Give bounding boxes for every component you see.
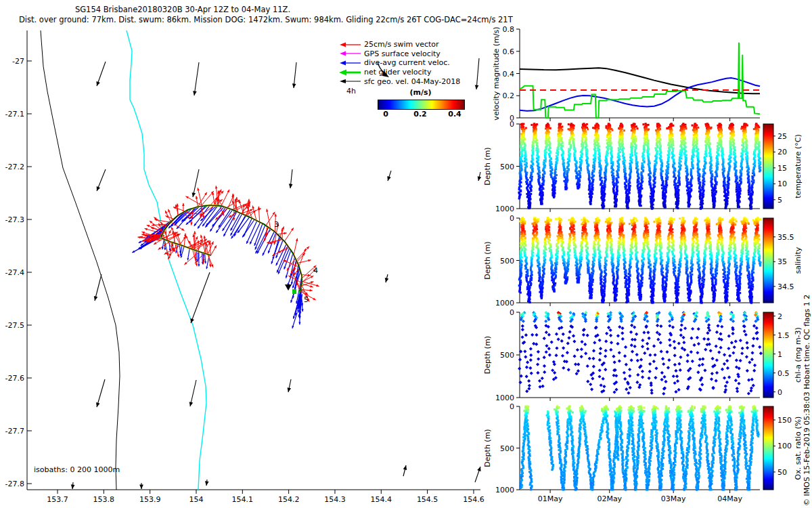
vector-duration-label: 4h [346,87,356,96]
svg-text:154.4: 154.4 [371,495,392,504]
svg-text:2: 2 [777,312,782,321]
svg-text:Ox. sat. ratio (%): Ox. sat. ratio (%) [794,417,803,480]
isobaths-note: isobaths: 0 200 1000m [34,465,120,474]
svg-text:35: 35 [777,257,787,266]
salinity-colorbar [763,218,773,303]
velocity-panel: 00.20.40.60.8velocity magnitude (m/s) [492,25,760,123]
legend-label: GPS surface velocity [364,49,441,58]
sfc-geo-velocity-arrow-icon [338,78,361,85]
dive-avg-current-arrow-icon [338,60,361,66]
svg-text:-27.2: -27.2 [5,163,24,171]
gps-velocity-arrow-icon [338,50,361,57]
svg-text:154.1: 154.1 [232,495,254,504]
svg-text:-27.1: -27.1 [5,110,24,119]
svg-text:0: 0 [777,388,782,397]
legend-row: net glider velocity [338,68,480,77]
oxygen-panel: 0500100001May02May03May04MayDepth (m)501… [483,402,803,503]
svg-text:5: 5 [777,196,782,205]
svg-text:0: 0 [510,120,514,129]
svg-text:20: 20 [777,148,787,156]
svg-text:0.2: 0.2 [503,91,515,100]
svg-text:15: 15 [777,164,787,173]
salinity-scatter [518,217,762,304]
svg-text:50: 50 [777,468,787,477]
map-colorbar-tick: 0 [383,110,388,119]
svg-text:chl-a (mg m-3): chl-a (mg m-3) [794,327,803,383]
svg-text:04May: 04May [717,494,742,503]
svg-text:1000: 1000 [495,486,514,494]
swim-vector-arrow-icon [338,41,361,48]
day-label: 5 [304,295,309,304]
legend-row: sfc geo. vel. 04-May-2018 [338,77,480,86]
legend-label: net glider velocity [364,68,431,77]
svg-text:temperature (°C): temperature (°C) [794,134,803,198]
map-legend: 25cm/s swim vector GPS surface velocity … [338,40,480,86]
map-colorbar: (m/s) 0 0.2 0.4 [378,100,466,110]
svg-text:154.5: 154.5 [417,495,438,504]
svg-text:velocity magnitude (m/s): velocity magnitude (m/s) [492,26,501,120]
svg-text:25: 25 [777,132,787,141]
current-position-marker [292,289,296,294]
svg-text:02May: 02May [597,494,622,503]
legend-label: 25cm/s swim vector [364,40,439,49]
legend-label: dive-avg current veloc. [364,58,450,67]
legend-row: 25cm/s swim vector [338,40,480,49]
legend-label: sfc geo. vel. 04-May-2018 [364,77,460,86]
svg-text:0.6: 0.6 [503,47,515,56]
svg-text:-27: -27 [12,57,24,66]
svg-text:Depth (m): Depth (m) [483,241,492,279]
svg-text:Depth (m): Depth (m) [483,429,492,467]
temperature-panel: 05001000Depth (m)510152025temperature (°… [483,120,803,213]
svg-text:Depth (m): Depth (m) [483,336,492,374]
svg-text:34.5: 34.5 [777,282,794,291]
svg-text:1.5: 1.5 [777,331,790,340]
chl-a-colorbar [763,312,773,398]
svg-text:153.8: 153.8 [93,495,115,504]
svg-text:-27.8: -27.8 [5,480,24,488]
svg-text:-27.3: -27.3 [5,215,24,224]
svg-text:03May: 03May [661,494,686,503]
oxygen-scatter [519,406,759,491]
imos-watermark: © IMOS 15-Feb-2019 05:38:03 Hobart time.… [803,295,811,506]
net-glider-velocity-arrow-icon [338,69,361,76]
svg-text:1000: 1000 [495,205,514,213]
svg-text:10: 10 [777,179,787,188]
map-colorbar-tick: 0.4 [448,110,461,119]
svg-text:154.2: 154.2 [278,495,300,504]
svg-text:Depth (m): Depth (m) [483,147,492,185]
svg-text:-27.7: -27.7 [5,427,24,436]
svg-text:0.4: 0.4 [503,70,515,79]
svg-text:153.7: 153.7 [47,495,68,504]
svg-text:1000: 1000 [495,299,514,308]
chl-scatter [518,311,763,396]
series-dive-avg-current-speed [520,78,760,111]
map-colorbar-tick: 0.2 [413,110,427,119]
legend-row: dive-avg current veloc. [338,58,480,68]
map-colorbar-gradient [378,100,465,110]
svg-text:500: 500 [500,444,514,453]
day-label: 4 [313,266,318,275]
map-colorbar-title: (m/s) [378,88,464,97]
svg-text:0: 0 [510,308,514,317]
temperature-scatter [518,123,761,210]
svg-text:154: 154 [189,495,203,504]
svg-text:500: 500 [500,351,514,360]
chl-a-panel: 05001000Depth (m)00.511.52chl-a (mg m-3) [483,308,803,402]
svg-text:-27.4: -27.4 [5,268,24,277]
svg-text:153.9: 153.9 [139,495,161,504]
salinity-panel: 05001000Depth (m)34.53535.5salinity [483,214,803,308]
svg-text:1000: 1000 [495,394,514,402]
svg-text:0: 0 [510,402,514,411]
svg-text:1: 1 [777,350,782,359]
svg-text:500: 500 [500,163,514,171]
svg-text:150: 150 [777,416,792,425]
oxygen-colorbar [763,406,773,490]
svg-text:500: 500 [500,257,514,266]
svg-text:01May: 01May [538,494,563,503]
day-label: 3 [274,220,279,229]
figure-window: SG154 Brisbane20180320B 30-Apr 12Z to 04… [0,0,812,508]
svg-text:154.3: 154.3 [324,495,346,504]
temperature-colorbar [763,124,773,209]
svg-text:-27.6: -27.6 [5,374,24,383]
svg-text:0.5: 0.5 [777,369,790,378]
